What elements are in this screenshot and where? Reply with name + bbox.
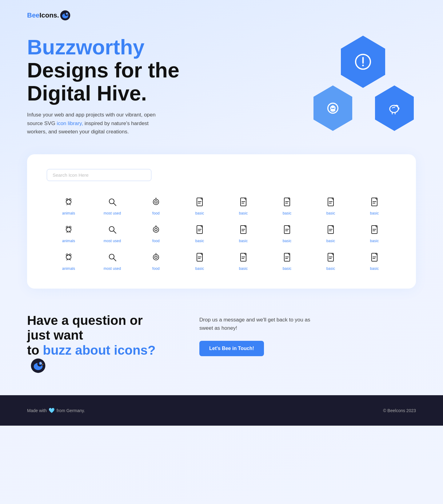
svg-point-51 [155,228,157,231]
file-icon [325,196,336,209]
svg-line-49 [114,231,116,233]
bee-bird-logo-icon [60,10,71,21]
icon-cell-0-3[interactable]: basic [178,191,222,219]
icon-cell-1-3[interactable]: basic [178,219,222,246]
icon-cell-0-6[interactable]: basic [309,191,353,219]
search-input[interactable] [47,169,151,181]
icon-cell-0-1[interactable]: most used [90,191,134,219]
icon-cell-2-3[interactable]: basic [178,246,222,274]
icon-cell-2-2[interactable]: food [134,246,178,274]
icon-label: basic [239,239,248,243]
svg-point-75 [153,254,159,260]
icon-cell-1-0[interactable]: animals [47,219,90,246]
hero-section: Buzzworthy Designs for the Digital Hive.… [0,21,443,136]
icon-cell-1-7[interactable]: basic [353,219,396,246]
icon-cell-0-4[interactable]: basic [222,191,265,219]
icon-cell-2-7[interactable]: basic [353,246,396,274]
icon-label: most used [104,266,121,271]
icon-label: basic [370,239,379,243]
icon-cell-1-2[interactable]: food [134,219,178,246]
search-icon [107,252,118,264]
icon-label: basic [195,211,204,215]
file-icon [194,252,205,264]
icon-label: basic [283,211,292,215]
svg-point-5 [67,13,68,14]
icon-cell-0-7[interactable]: basic [353,191,396,219]
icon-label: most used [104,211,121,215]
icon-label: food [152,266,160,271]
hex-target [311,85,354,131]
file-icon [281,224,293,236]
svg-point-26 [155,201,157,203]
file-icon [369,252,380,264]
search-icon [107,196,118,209]
header: BeeIcons. [0,0,443,21]
svg-point-50 [153,227,159,232]
icon-label: animals [62,239,75,243]
svg-point-13 [330,109,335,112]
icon-cell-1-5[interactable]: basic [265,219,309,246]
cta-button[interactable]: Let's Bee in Touch! [199,341,264,356]
icon-label: most used [104,239,121,243]
file-icon [369,196,380,209]
animals-icon [63,196,74,209]
icon-grid: animals most used food basic basic [47,191,396,274]
icon-cell-1-4[interactable]: basic [222,219,265,246]
logo: BeeIcons. [27,10,416,21]
file-icon [194,196,205,209]
file-icon [281,196,293,209]
animals-icon [63,224,74,236]
file-icon [194,224,205,236]
icon-search-panel: animals most used food basic basic [27,154,416,289]
hero-title-rest: Designs for the Digital Hive. [27,58,179,105]
heart-icon: 🩵 [49,408,55,413]
food-icon [150,252,162,264]
icon-label: basic [283,239,292,243]
icon-label: basic [326,239,335,243]
icon-cell-2-6[interactable]: basic [309,246,353,274]
contact-subtitle: Drop us a message and we'll get back to … [199,316,316,332]
file-icon [238,252,249,264]
file-icon [238,196,249,209]
icon-label: basic [370,266,379,271]
hero-title: Buzzworthy Designs for the Digital Hive. [27,36,206,104]
icon-label: basic [195,239,204,243]
file-icon [281,252,293,264]
svg-point-12 [331,105,334,108]
icon-label: basic [239,211,248,215]
hero-subtitle: Infuse your web and app projects with ou… [27,111,162,136]
svg-point-76 [155,256,157,258]
contact-left: Have a question or just want to buzz abo… [27,313,162,377]
hex-exclamation [338,36,388,88]
search-icon [107,224,118,236]
svg-point-14 [390,105,398,112]
icon-cell-0-5[interactable]: basic [265,191,309,219]
logo-text: BeeIcons. [27,11,59,19]
icon-label: basic [195,266,204,271]
icon-label: animals [62,211,75,215]
footer-copyright: © Beelcons 2023 [383,408,416,413]
icon-label: basic [370,211,379,215]
icon-cell-1-6[interactable]: basic [309,219,353,246]
food-icon [150,196,162,209]
contact-section: Have a question or just want to buzz abo… [0,289,443,395]
icon-cell-2-1[interactable]: most used [90,246,134,274]
hero-icon-cluster [311,36,416,134]
svg-point-98 [41,362,42,363]
logo-dot: . [57,11,59,19]
icon-library-link[interactable]: icon library, [57,120,83,126]
icon-label: basic [326,211,335,215]
icon-cell-2-5[interactable]: basic [265,246,309,274]
hero-text: Buzzworthy Designs for the Digital Hive.… [27,36,206,136]
icon-label: food [152,211,160,215]
icon-label: basic [239,266,248,271]
icon-cell-0-2[interactable]: food [134,191,178,219]
icon-cell-2-0[interactable]: animals [47,246,90,274]
food-icon [150,224,162,236]
icon-cell-0-0[interactable]: animals [47,191,90,219]
contact-right: Drop us a message and we'll get back to … [199,313,316,356]
footer: Made with 🩵 from Germany. © Beelcons 202… [0,395,443,426]
icon-cell-2-4[interactable]: basic [222,246,265,274]
icon-cell-1-1[interactable]: most used [90,219,134,246]
file-icon [238,224,249,236]
